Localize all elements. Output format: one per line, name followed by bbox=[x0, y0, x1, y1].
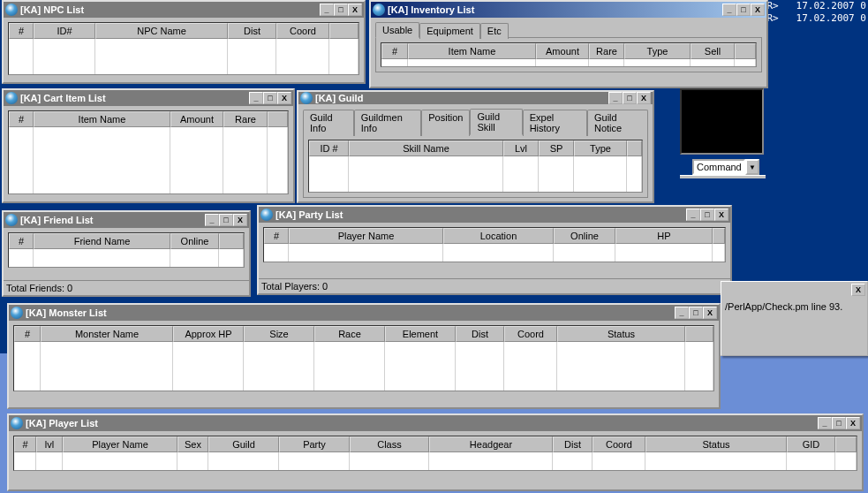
tab-position[interactable]: Position bbox=[421, 110, 470, 136]
col-gid[interactable]: GID bbox=[787, 436, 835, 452]
col-id[interactable]: ID# bbox=[34, 23, 95, 39]
col-approxhp[interactable]: Approx HP bbox=[173, 326, 244, 342]
guild-skill-grid[interactable]: ID # Skill Name Lvl SP Type bbox=[308, 140, 643, 193]
close-button[interactable]: X bbox=[851, 284, 865, 296]
tab-etc[interactable]: Etc bbox=[480, 23, 509, 39]
cart-grid[interactable]: # Item Name Amount Rare bbox=[8, 110, 289, 194]
col-rare[interactable]: Rare bbox=[589, 43, 624, 59]
col-type[interactable]: Type bbox=[624, 43, 691, 59]
minimize-button[interactable]: _ bbox=[722, 4, 736, 16]
close-button[interactable]: X bbox=[714, 209, 728, 221]
col-lvl[interactable]: lvl bbox=[36, 436, 63, 452]
friend-list-window[interactable]: [KA] Friend List _ □ X # Friend Name Onl… bbox=[2, 210, 251, 297]
col-num[interactable]: # bbox=[9, 23, 34, 39]
col-num[interactable]: # bbox=[9, 111, 34, 127]
maximize-button[interactable]: □ bbox=[736, 4, 751, 16]
col-online[interactable]: Online bbox=[170, 233, 219, 249]
col-coord[interactable]: Coord bbox=[276, 23, 329, 39]
col-dist[interactable]: Dist bbox=[228, 23, 276, 39]
cart-item-window[interactable]: [KA] Cart Item List _ □ X # Item Name Am… bbox=[2, 88, 295, 203]
col-playername[interactable]: Player Name bbox=[63, 436, 177, 452]
col-dist[interactable]: Dist bbox=[553, 436, 593, 452]
col-sp[interactable]: SP bbox=[539, 140, 574, 156]
col-friendname[interactable]: Friend Name bbox=[34, 233, 170, 249]
maximize-button[interactable]: □ bbox=[334, 4, 348, 16]
minimize-button[interactable]: _ bbox=[320, 4, 334, 16]
maximize-button[interactable]: □ bbox=[832, 417, 846, 429]
col-race[interactable]: Race bbox=[314, 326, 385, 342]
close-button[interactable]: X bbox=[751, 4, 765, 16]
col-monstername[interactable]: Monster Name bbox=[41, 326, 173, 342]
maximize-button[interactable]: □ bbox=[689, 307, 703, 319]
col-skillname[interactable]: Skill Name bbox=[349, 140, 503, 156]
col-sell[interactable]: Sell bbox=[691, 43, 735, 59]
col-type[interactable]: Type bbox=[574, 140, 627, 156]
tab-usable[interactable]: Usable bbox=[375, 22, 419, 38]
player-list-window[interactable]: [KA] Player List _ □ X # lvl Player Name… bbox=[7, 413, 864, 491]
minimize-button[interactable]: _ bbox=[249, 92, 263, 104]
dropdown-button[interactable]: ▼ bbox=[745, 159, 759, 175]
minimize-button[interactable]: _ bbox=[608, 92, 623, 104]
minimize-button[interactable]: _ bbox=[818, 417, 832, 429]
col-playername[interactable]: Player Name bbox=[289, 228, 443, 244]
col-location[interactable]: Location bbox=[443, 228, 554, 244]
col-element[interactable]: Element bbox=[385, 326, 456, 342]
col-sex[interactable]: Sex bbox=[177, 436, 208, 452]
col-num[interactable]: # bbox=[14, 436, 36, 452]
col-coord[interactable]: Coord bbox=[593, 436, 645, 452]
tab-guild-skill[interactable]: Guild Skill bbox=[470, 109, 522, 135]
col-itemname[interactable]: Item Name bbox=[34, 111, 170, 127]
col-guild[interactable]: Guild bbox=[208, 436, 279, 452]
col-dist[interactable]: Dist bbox=[456, 326, 504, 342]
col-num[interactable]: # bbox=[9, 233, 34, 249]
tab-guildmen-info[interactable]: Guildmen Info bbox=[354, 110, 422, 136]
tab-guild-notice[interactable]: Guild Notice bbox=[587, 110, 648, 136]
maximize-button[interactable]: □ bbox=[700, 209, 714, 221]
party-grid[interactable]: # Player Name Location Online HP bbox=[263, 227, 726, 262]
tab-equipment[interactable]: Equipment bbox=[419, 23, 480, 39]
monster-list-window[interactable]: [KA] Monster List _ □ X # Monster Name A… bbox=[7, 303, 721, 409]
col-itemname[interactable]: Item Name bbox=[408, 43, 536, 59]
command-input[interactable]: Command bbox=[692, 159, 745, 175]
col-hp[interactable]: HP bbox=[615, 228, 713, 244]
col-online[interactable]: Online bbox=[554, 228, 615, 244]
col-amount[interactable]: Amount bbox=[536, 43, 589, 59]
col-size[interactable]: Size bbox=[244, 326, 314, 342]
col-lvl[interactable]: Lvl bbox=[503, 140, 539, 156]
party-list-window[interactable]: [KA] Party List _ □ X # Player Name Loca… bbox=[257, 205, 732, 295]
col-num[interactable]: # bbox=[381, 43, 408, 59]
maximize-button[interactable]: □ bbox=[219, 214, 233, 226]
npc-list-window[interactable]: [KA] NPC List _ □ X # ID# NPC Name Dist … bbox=[2, 0, 366, 84]
close-button[interactable]: X bbox=[846, 417, 860, 429]
friend-grid[interactable]: # Friend Name Online bbox=[8, 232, 245, 268]
col-party[interactable]: Party bbox=[279, 436, 350, 452]
close-button[interactable]: X bbox=[703, 307, 717, 319]
col-status[interactable]: Status bbox=[557, 326, 685, 342]
minimize-button[interactable]: _ bbox=[686, 209, 700, 221]
col-num[interactable]: # bbox=[14, 326, 41, 342]
inventory-grid[interactable]: # Item Name Amount Rare Type Sell bbox=[381, 42, 757, 67]
maximize-button[interactable]: □ bbox=[263, 92, 277, 104]
tab-guild-info[interactable]: Guild Info bbox=[303, 110, 354, 136]
col-name[interactable]: NPC Name bbox=[95, 23, 228, 39]
col-rare[interactable]: Rare bbox=[223, 111, 268, 127]
minimize-button[interactable]: _ bbox=[205, 214, 219, 226]
tab-expel-history[interactable]: Expel History bbox=[523, 110, 587, 136]
close-button[interactable]: X bbox=[348, 4, 362, 16]
col-amount[interactable]: Amount bbox=[170, 111, 223, 127]
inventory-list-window[interactable]: [KA] Inventory List _ □ X Usable Equipme… bbox=[369, 0, 768, 88]
col-class[interactable]: Class bbox=[350, 436, 429, 452]
col-id[interactable]: ID # bbox=[309, 140, 349, 156]
col-headgear[interactable]: Headgear bbox=[429, 436, 553, 452]
col-status[interactable]: Status bbox=[645, 436, 787, 452]
col-coord[interactable]: Coord bbox=[504, 326, 557, 342]
monster-grid[interactable]: # Monster Name Approx HP Size Race Eleme… bbox=[13, 325, 714, 391]
npc-grid[interactable]: # ID# NPC Name Dist Coord bbox=[8, 22, 359, 75]
close-button[interactable]: X bbox=[233, 214, 247, 226]
close-button[interactable]: X bbox=[637, 92, 651, 104]
close-button[interactable]: X bbox=[277, 92, 291, 104]
minimize-button[interactable]: _ bbox=[675, 307, 689, 319]
col-num[interactable]: # bbox=[264, 228, 289, 244]
maximize-button[interactable]: □ bbox=[623, 92, 637, 104]
command-combo[interactable]: Command ▼ bbox=[692, 159, 759, 175]
